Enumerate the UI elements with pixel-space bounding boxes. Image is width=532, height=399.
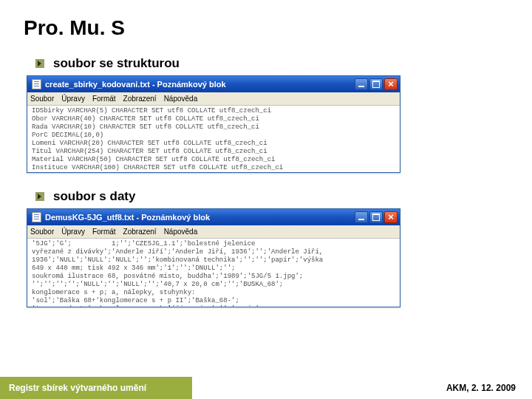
close-button[interactable] [384, 78, 398, 90]
window-title: create_sbirky_kodovani.txt - Poznámkový … [45, 80, 226, 89]
menu-edit[interactable]: Úpravy [61, 95, 85, 103]
text-content[interactable]: '5JG';'G'; 1;'';'CZE5JG_1.1';'bolestné j… [27, 239, 400, 307]
titlebar: DemusKG-5JG_utf8.txt - Poznámkový blok [27, 209, 400, 225]
menu-file[interactable]: Soubor [30, 95, 54, 103]
maximize-button[interactable] [369, 78, 383, 90]
menu-help[interactable]: Nápověda [164, 95, 198, 103]
menu-file[interactable]: Soubor [30, 228, 54, 236]
minimize-button[interactable] [355, 78, 368, 90]
menu-format[interactable]: Formát [92, 228, 116, 236]
menu-help[interactable]: Nápověda [164, 228, 198, 236]
notepad-icon [32, 212, 41, 222]
menu-view[interactable]: Zobrazení [123, 228, 157, 236]
section-struct-label: soubor se strukturou [53, 56, 180, 71]
notepad-icon [32, 79, 41, 89]
notepad-window-struct: create_sbirky_kodovani.txt - Poznámkový … [27, 75, 400, 173]
page-title: Pro. Mu. S [0, 0, 532, 40]
section-data: soubor s daty [35, 189, 532, 204]
section-struct: soubor se strukturou [35, 56, 532, 71]
menu-view[interactable]: Zobrazení [123, 95, 157, 103]
window-title: DemusKG-5JG_utf8.txt - Poznámkový blok [45, 213, 210, 222]
menubar: Soubor Úpravy Formát Zobrazení Nápověda [27, 92, 400, 106]
notepad-window-data: DemusKG-5JG_utf8.txt - Poznámkový blok S… [27, 208, 400, 307]
footer: Registr sbírek výtvarného umění AKM, 2. … [0, 377, 532, 399]
close-button[interactable] [384, 211, 398, 223]
maximize-button[interactable] [369, 211, 383, 223]
menu-format[interactable]: Formát [92, 95, 116, 103]
titlebar: create_sbirky_kodovani.txt - Poznámkový … [27, 76, 400, 92]
menu-edit[interactable]: Úpravy [61, 228, 85, 236]
menubar: Soubor Úpravy Formát Zobrazení Nápověda [27, 225, 400, 239]
text-content[interactable]: IDSbirky VARCHAR(5) CHARACTER SET utf8 C… [27, 106, 400, 172]
bullet-icon [35, 59, 44, 68]
section-data-label: soubor s daty [53, 189, 135, 204]
footer-right-label: AKM, 2. 12. 2009 [192, 377, 532, 399]
bullet-icon [35, 192, 44, 201]
minimize-button[interactable] [355, 211, 368, 223]
footer-left-label: Registr sbírek výtvarného umění [0, 377, 192, 399]
